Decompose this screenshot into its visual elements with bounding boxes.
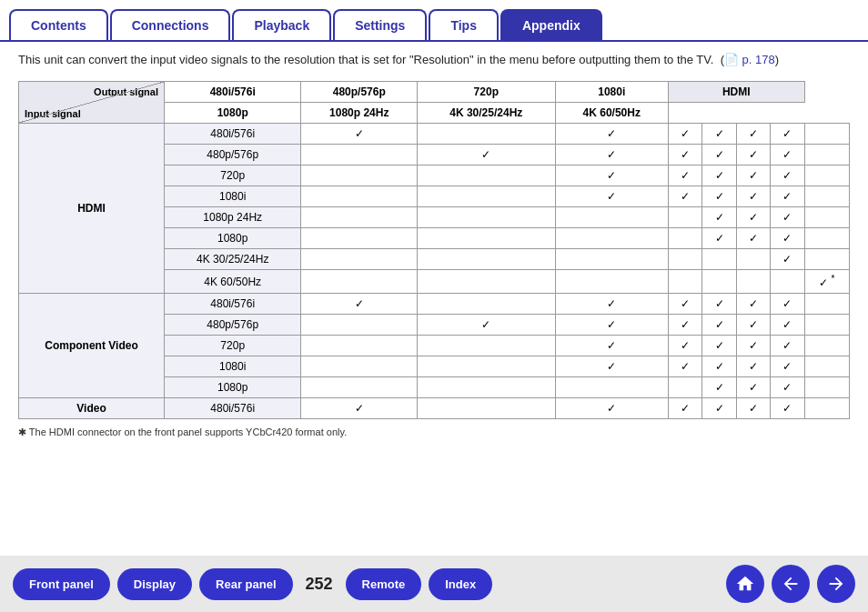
group-label-2: Video (19, 398, 165, 419)
check-cell: ✓ (736, 336, 770, 356)
check-cell (804, 166, 849, 186)
check-cell (668, 270, 701, 294)
tab-appendix[interactable]: Appendix (500, 9, 602, 40)
row-sub-label: 480i/576i (165, 124, 301, 145)
check-cell: ✓ (771, 315, 804, 336)
tab-settings[interactable]: Settings (333, 9, 427, 40)
diagonal-header: Output signal Input signal (19, 82, 165, 124)
check-cell: ✓ (702, 356, 736, 377)
check-cell: ✓ (418, 145, 556, 166)
check-cell: ✓ (702, 315, 736, 336)
row-sub-label: 480i/576i (165, 398, 301, 419)
check-cell: ✓ (771, 356, 804, 377)
check-cell (736, 270, 770, 294)
tab-contents[interactable]: Contents (9, 9, 108, 40)
check-cell (804, 145, 849, 166)
back-button[interactable] (772, 565, 810, 603)
tab-tips[interactable]: Tips (429, 9, 499, 40)
check-cell (418, 186, 556, 207)
remote-button[interactable]: Remote (346, 568, 422, 600)
intro-paragraph: This unit can convert the input video si… (18, 53, 850, 66)
check-cell: ✓ (702, 228, 736, 249)
check-cell: ✓ (555, 356, 668, 377)
check-cell: ✓ (668, 336, 701, 356)
check-cell: ✓ (301, 124, 418, 145)
display-button[interactable]: Display (117, 568, 192, 600)
check-cell: ✓ (771, 145, 804, 166)
check-cell: ✓ (555, 124, 668, 145)
check-cell (804, 186, 849, 207)
check-cell (301, 186, 418, 207)
sub-col-1080p: 1080p (165, 103, 301, 124)
check-cell: ✓ (555, 398, 668, 419)
check-cell (555, 249, 668, 270)
check-cell: ✓ (702, 398, 736, 419)
check-cell (418, 377, 556, 398)
output-label: Output signal (25, 86, 158, 97)
check-cell (804, 294, 849, 315)
check-cell (418, 207, 556, 228)
check-cell (804, 377, 849, 398)
page-number: 252 (306, 575, 333, 594)
check-cell: ✓ (668, 356, 701, 377)
tab-connections[interactable]: Connections (110, 9, 231, 40)
check-cell (804, 249, 849, 270)
footnote: ✱ The HDMI connector on the front panel … (18, 426, 850, 438)
check-cell: ✓ (702, 377, 736, 398)
home-button[interactable] (726, 565, 764, 603)
forward-button[interactable] (817, 565, 855, 603)
sub-col-4k30: 4K 30/25/24Hz (418, 103, 556, 124)
check-cell (418, 249, 556, 270)
col-header-1080i: 1080i (555, 82, 668, 103)
input-label-diag: Input signal (25, 108, 158, 119)
check-cell (301, 249, 418, 270)
row-sub-label: 1080p (165, 228, 301, 249)
sub-col-1080p24: 1080p 24Hz (301, 103, 418, 124)
check-cell: ✓ (771, 207, 804, 228)
check-cell: ✓ (702, 186, 736, 207)
tab-playback[interactable]: Playback (232, 9, 331, 40)
forward-arrow-icon (826, 574, 846, 594)
check-cell: ✓ (555, 336, 668, 356)
sub-col-4k60: 4K 60/50Hz (555, 103, 668, 124)
check-cell (702, 270, 736, 294)
check-cell: ✓ (668, 315, 701, 336)
check-cell (804, 124, 849, 145)
check-cell: ✓ (771, 124, 804, 145)
check-cell: ✓ (702, 207, 736, 228)
check-cell (804, 356, 849, 377)
table-row: Component Video480i/576i✓✓✓✓✓✓ (19, 294, 850, 315)
check-cell (301, 315, 418, 336)
check-cell (301, 145, 418, 166)
row-sub-label: 1080i (165, 186, 301, 207)
check-cell (418, 398, 556, 419)
check-cell: ✓ (702, 124, 736, 145)
check-cell: ✓ (702, 145, 736, 166)
row-sub-label: 480p/576p (165, 145, 301, 166)
check-cell (301, 336, 418, 356)
rear-panel-button[interactable]: Rear panel (199, 568, 292, 600)
check-cell (668, 207, 701, 228)
page-link[interactable]: 📄 p. 178 (724, 53, 775, 66)
check-cell: ✓ (736, 398, 770, 419)
back-arrow-icon (781, 574, 801, 594)
group-label-1: Component Video (19, 294, 165, 398)
check-cell: ✓ (771, 228, 804, 249)
check-cell (555, 270, 668, 294)
check-cell (301, 166, 418, 186)
row-sub-label: 4K 30/25/24Hz (165, 249, 301, 270)
check-cell: ✓ (736, 166, 770, 186)
check-cell (668, 228, 701, 249)
check-cell (418, 294, 556, 315)
index-button[interactable]: Index (429, 568, 492, 600)
check-cell (301, 228, 418, 249)
check-cell (301, 270, 418, 294)
check-cell (418, 124, 556, 145)
check-cell: ✓ (771, 336, 804, 356)
check-cell: ✓ (555, 294, 668, 315)
check-cell: ✓ (668, 398, 701, 419)
check-cell (418, 356, 556, 377)
check-cell (555, 377, 668, 398)
check-cell (804, 398, 849, 419)
front-panel-button[interactable]: Front panel (13, 568, 110, 600)
